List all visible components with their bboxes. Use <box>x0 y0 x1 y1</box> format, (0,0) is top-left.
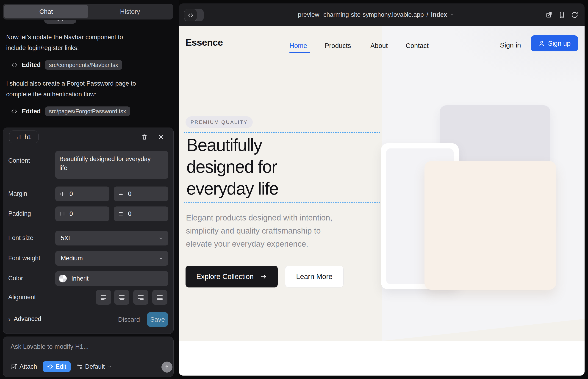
decor-card-cream <box>424 161 556 290</box>
margin-x-icon <box>59 191 65 197</box>
content-label: Content <box>8 157 30 164</box>
hero-headline-line[interactable]: Beautifully <box>186 134 262 156</box>
chevron-right-icon: › <box>8 316 11 322</box>
padding-x-input[interactable] <box>69 210 85 218</box>
align-justify-button[interactable] <box>152 290 167 305</box>
arrow-right-icon <box>260 273 267 280</box>
nav-link-home[interactable]: Home <box>289 42 307 49</box>
margin-x-input[interactable] <box>69 190 85 198</box>
tab-history[interactable]: History <box>88 5 172 18</box>
font-weight-label: Font weight <box>8 255 40 262</box>
element-tag: h1 <box>25 134 31 141</box>
content-field: Beautifully designed for everyday life <box>55 151 168 179</box>
sign-in-link[interactable]: Sign in <box>500 41 521 49</box>
edited-label: Edited <box>22 62 41 69</box>
trash-icon <box>141 133 148 141</box>
crosshair-icon <box>47 363 53 370</box>
preview-url: preview--charming-site-symphony.lovable.… <box>298 11 424 18</box>
margin-x-field <box>55 187 109 201</box>
explore-collection-button[interactable]: Explore Collection <box>186 266 278 287</box>
color-swatch <box>59 275 67 283</box>
font-weight-select[interactable]: Medium <box>55 251 168 266</box>
advanced-toggle[interactable]: › Advanced <box>8 316 41 323</box>
learn-more-button[interactable]: Learn More <box>285 266 343 287</box>
code-icon <box>11 108 18 115</box>
close-icon <box>157 134 164 141</box>
edited-file-row: Edited src/pages/ForgotPassword.tsx <box>11 107 130 116</box>
edited-file-row: Edited src/components/Navbar.tsx <box>11 60 122 70</box>
model-default-button[interactable]: Default <box>76 363 112 370</box>
hero-headline-line[interactable]: designed for <box>186 156 277 178</box>
external-link-icon <box>545 11 553 19</box>
margin-label: Margin <box>8 190 27 197</box>
font-size-label: Font size <box>8 235 33 242</box>
type-icon: тT <box>16 134 22 141</box>
margin-y-icon <box>118 191 124 197</box>
premium-quality-badge: PREMIUM QUALITY <box>186 116 253 128</box>
url-bar[interactable]: preview--charming-site-symphony.lovable.… <box>193 3 559 26</box>
padding-x-field <box>55 206 109 221</box>
arrow-up-icon <box>164 364 170 370</box>
url-separator: / <box>427 11 428 18</box>
hero-paragraph-line: Elegant products designed with intention… <box>186 211 332 224</box>
align-left-icon <box>100 294 107 301</box>
send-button[interactable] <box>161 362 172 373</box>
content-input[interactable]: Beautifully designed for everyday life <box>55 151 168 179</box>
edit-mode-button[interactable]: Edit <box>43 361 71 372</box>
file-chip[interactable]: src/pages/ForgotPassword.tsx <box>45 107 130 116</box>
color-select[interactable]: Inherit <box>55 271 168 286</box>
chat-history-tabs: Chat History <box>3 4 173 19</box>
code-icon <box>11 62 18 68</box>
margin-y-input[interactable] <box>127 190 144 198</box>
site-viewport: Essence Home Products About Contact Sign… <box>179 26 585 376</box>
sliders-icon <box>76 363 83 370</box>
align-center-icon <box>118 294 125 301</box>
padding-y-input[interactable] <box>127 210 144 218</box>
attach-image-icon <box>10 363 17 370</box>
chevron-down-icon <box>158 235 164 241</box>
prompt-input[interactable] <box>10 343 157 350</box>
chat-sidebar: Chat History Now let's update the Navbar… <box>0 0 179 379</box>
close-editor-button[interactable] <box>155 131 167 142</box>
refresh-button[interactable] <box>571 11 579 19</box>
align-justify-icon <box>156 294 164 301</box>
hero-headline-line[interactable]: everyday life <box>186 178 279 199</box>
chevron-down-icon <box>107 364 112 369</box>
attach-button[interactable]: Attach <box>10 363 37 370</box>
open-external-button[interactable] <box>545 11 553 19</box>
alignment-label: Alignment <box>8 294 36 301</box>
element-editor-panel: тT h1 Content Beautifully designed for e… <box>3 127 174 334</box>
nav-link-about[interactable]: About <box>370 42 388 49</box>
hero-paragraph-line: elevate your everyday experience. <box>186 237 308 250</box>
sign-up-button[interactable]: Sign up <box>531 35 578 51</box>
assistant-message: I should also create a Forgot Password p… <box>6 78 169 100</box>
hero-paragraph-line: simplicity and quality craftsmanship to <box>186 224 321 237</box>
align-right-icon <box>137 294 144 301</box>
site-logo[interactable]: Essence <box>186 37 223 48</box>
align-right-button[interactable] <box>133 290 148 305</box>
active-nav-underline <box>289 52 310 53</box>
align-left-button[interactable] <box>96 290 111 305</box>
selected-element-badge[interactable]: тT h1 <box>9 130 39 143</box>
chevron-down-icon <box>158 255 164 261</box>
user-icon <box>538 40 545 47</box>
color-label: Color <box>8 275 23 282</box>
padding-y-field <box>114 206 168 221</box>
page-name: index <box>431 11 447 18</box>
save-button[interactable]: Save <box>147 312 168 327</box>
mobile-view-button[interactable] <box>558 11 566 19</box>
ellipsis-dots-icon <box>58 20 63 21</box>
delete-element-button[interactable] <box>139 131 150 142</box>
assistant-message: Now let's update the Navbar component to… <box>6 32 169 53</box>
nav-link-contact[interactable]: Contact <box>406 42 429 49</box>
clipped-scrolled-pill <box>44 20 76 24</box>
tab-chat[interactable]: Chat <box>4 5 88 18</box>
nav-link-products[interactable]: Products <box>325 42 351 49</box>
align-center-button[interactable] <box>114 290 129 305</box>
refresh-icon <box>571 11 579 19</box>
prompt-composer: Attach Edit Default <box>3 337 174 377</box>
file-chip[interactable]: src/components/Navbar.tsx <box>45 60 123 70</box>
margin-y-field <box>114 187 168 201</box>
discard-button[interactable]: Discard <box>108 316 140 323</box>
font-size-select[interactable]: 5XL <box>55 231 168 245</box>
